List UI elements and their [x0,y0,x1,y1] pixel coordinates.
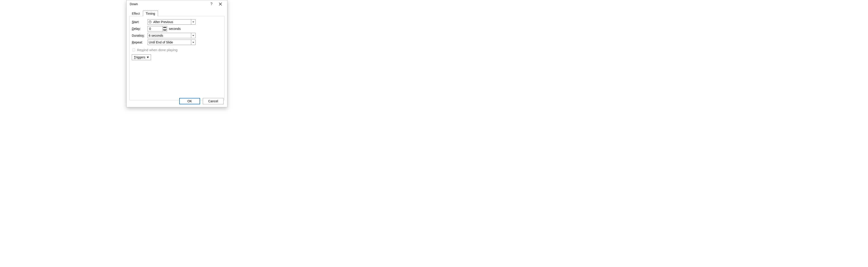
spin-buttons[interactable] [162,26,167,31]
repeat-value: Until End of Slide [148,40,191,44]
cancel-button[interactable]: Cancel [203,98,223,104]
delay-spinner[interactable]: 0 [148,26,167,31]
button-bar: OK Cancel [179,98,223,104]
triggers-label: Triggers [134,55,145,59]
label-duration: Duration: [132,34,148,37]
tab-strip: Effect Timing [127,10,227,16]
timing-panel: Start: After Previous Delay: 0 seconds [129,16,224,100]
tab-timing[interactable]: Timing [143,11,158,16]
duration-value: 6 seconds [148,34,191,37]
chevron-down-icon[interactable] [191,33,195,38]
close-button[interactable] [216,0,225,8]
ok-button[interactable]: OK [179,98,200,104]
rewind-label: Rewind when done playing [137,48,178,52]
label-repeat: Repeat: [132,40,148,44]
triggers-button[interactable]: Triggers [132,54,151,60]
help-button[interactable]: ? [207,0,216,8]
duration-dropdown[interactable]: 6 seconds [148,33,195,38]
label-delay: Delay: [132,27,148,31]
repeat-dropdown[interactable]: Until End of Slide [148,39,195,45]
spin-up-icon[interactable] [163,26,167,29]
label-seconds: seconds [169,27,181,31]
titlebar: Down ? [127,0,227,8]
chevron-down-icon[interactable] [191,40,195,45]
label-start: Start: [132,20,148,24]
svg-marker-7 [147,57,149,58]
clock-icon [148,20,152,24]
spin-down-icon[interactable] [163,29,167,31]
start-value: After Previous [152,20,191,24]
dialog-title: Down [130,2,207,6]
delay-value: 0 [148,27,162,31]
chevron-down-icon[interactable] [191,20,195,24]
svg-text:?: ? [211,2,213,6]
start-dropdown[interactable]: After Previous [148,19,195,25]
dropdown-icon [147,55,149,59]
tab-effect[interactable]: Effect [129,11,143,16]
rewind-checkbox [132,49,135,51]
rewind-row: Rewind when done playing [132,47,222,53]
dialog-down: Down ? Effect Timing Start: After Previo… [126,0,227,107]
